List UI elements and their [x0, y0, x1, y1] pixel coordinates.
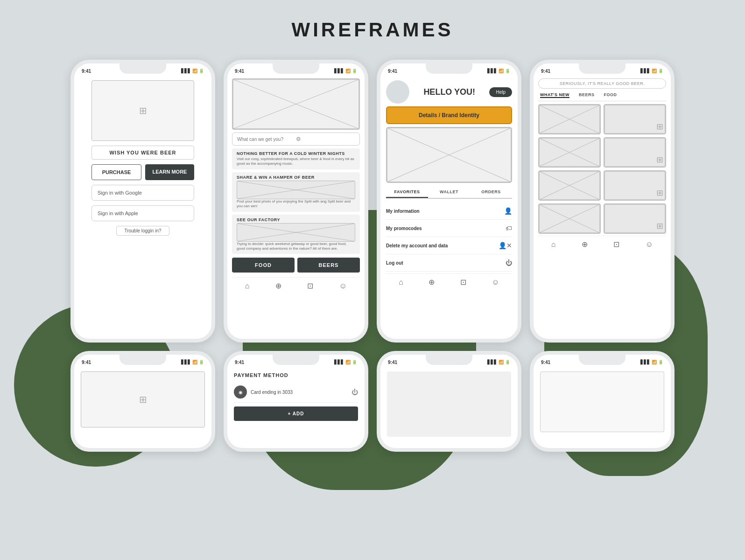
- card-icon: ◉: [234, 385, 247, 399]
- home-nav-3[interactable]: ⌂: [399, 278, 403, 287]
- grid-item-1[interactable]: [538, 104, 601, 134]
- wifi-icon-3: 📶: [499, 69, 504, 73]
- partial-content-7: [387, 371, 511, 437]
- bottom-nav-4: ⌂ ⊕ ⊡ ☺: [538, 236, 666, 251]
- hello-section: HELLO YOU! Help: [386, 80, 512, 104]
- menu-info-label: My information: [386, 209, 420, 214]
- card-text: Card ending in 3033: [251, 390, 348, 395]
- signal-8: ▋▋▋: [640, 360, 650, 364]
- hero-image-1: ⊞: [91, 80, 194, 141]
- menu-item-3-title: SEE OUR FACTORY: [237, 217, 355, 222]
- search-nav-icon[interactable]: ⊕: [275, 281, 281, 290]
- cart-nav-icon[interactable]: ⊡: [307, 281, 313, 290]
- profile-nav-3[interactable]: ☺: [492, 278, 499, 287]
- notch-8: [579, 355, 626, 365]
- person-icon: 👤: [504, 207, 512, 215]
- wifi-icon-2: 📶: [345, 69, 351, 73]
- home-nav-4[interactable]: ⌂: [551, 240, 556, 249]
- wifi-7: 📶: [499, 360, 504, 364]
- menu-item-3: SEE OUR FACTORY Trying to decide: quick …: [232, 215, 360, 254]
- cart-nav-4[interactable]: ⊡: [613, 240, 619, 249]
- phone-partial-1: 9:41 ▋▋▋ 📶 🔋 ⊞: [70, 351, 215, 452]
- top-search-bar[interactable]: SERIOUSLY, IT'S REALLY GOOD BEER.: [538, 78, 666, 89]
- phone-partial-4: 9:41 ▋▋▋ 📶 🔋: [530, 351, 675, 452]
- grid-item-3[interactable]: [538, 137, 601, 168]
- signal-icon-1: ▋▋▋: [181, 69, 191, 73]
- tab-favorites[interactable]: FAVORITES: [386, 187, 428, 198]
- tag-icon: 🏷: [506, 224, 512, 232]
- food-button[interactable]: FOOD: [232, 258, 295, 273]
- login-content: ⊞ WISH YOU WERE BEER PURCHASE LEARN MORE…: [74, 77, 211, 239]
- action-buttons: PURCHASE LEARN MORE: [91, 164, 194, 180]
- tab-orders[interactable]: ORDERS: [470, 187, 512, 198]
- signal-icon-4: ▋▋▋: [640, 69, 650, 73]
- signal-7: ▋▋▋: [487, 360, 497, 364]
- grid-item-2[interactable]: ⊞: [604, 104, 666, 134]
- add-payment-button[interactable]: + ADD: [234, 406, 358, 421]
- category-tabs: WHAT'S NEW BEERS FOOD: [538, 92, 666, 101]
- wifi-6: 📶: [345, 360, 351, 364]
- phones-row-2: 9:41 ▋▋▋ 📶 🔋 ⊞ 9:41 ▋▋▋ 📶: [0, 347, 745, 452]
- home-nav-icon[interactable]: ⌂: [245, 282, 250, 290]
- menu-promo-item[interactable]: My promocodes 🏷: [386, 220, 512, 237]
- trouble-login-link[interactable]: Trouble loggin in?: [116, 226, 169, 236]
- search-placeholder: What can we get you?: [237, 137, 296, 142]
- grid-item-6[interactable]: ⊞: [604, 170, 666, 201]
- beers-button[interactable]: BEERS: [297, 258, 360, 273]
- grid-item-5[interactable]: [538, 170, 601, 201]
- search-bar[interactable]: What can we get you? ⚙: [232, 133, 360, 146]
- phone-menu: 9:41 ▋▋▋ 📶 🔋 What can we get you?: [224, 60, 368, 343]
- menu-content: What can we get you? ⚙ NOTHING BETTER FO…: [227, 77, 365, 294]
- status-time-8: 9:41: [541, 360, 550, 365]
- wifi-8: 📶: [652, 360, 657, 364]
- brand-identity-button[interactable]: Details / Brand Identity: [386, 106, 512, 124]
- tab-wallet[interactable]: WALLET: [428, 187, 470, 198]
- menu-item-1-desc: Visit our cosy, sophisticated brewpub, w…: [237, 157, 355, 167]
- partial-hero-5: ⊞: [81, 371, 205, 427]
- profile-nav-4[interactable]: ☺: [646, 240, 653, 249]
- tab-whats-new[interactable]: WHAT'S NEW: [540, 92, 569, 98]
- battery-6: 🔋: [352, 360, 357, 364]
- menu-delete-label: Delete my account and data: [386, 243, 448, 248]
- tab-food[interactable]: FOOD: [604, 92, 617, 98]
- grid-item-8[interactable]: ⊞: [604, 203, 666, 234]
- search-nav-3[interactable]: ⊕: [429, 278, 435, 287]
- search-nav-4[interactable]: ⊕: [582, 240, 588, 249]
- grid-item-4[interactable]: ⊞: [604, 137, 666, 168]
- menu-delete-item[interactable]: Delete my account and data 👤✕: [386, 237, 512, 254]
- menu-info-item[interactable]: My information 👤: [386, 203, 512, 220]
- menu-item-2-title: SHARE & WIN A HAMPER OF BEER: [237, 175, 355, 180]
- profile-tabs: FAVORITES WALLET ORDERS: [386, 187, 512, 199]
- battery-8: 🔋: [658, 360, 663, 364]
- cart-nav-3[interactable]: ⊡: [460, 278, 466, 287]
- purchase-button[interactable]: PURCHASE: [91, 164, 141, 180]
- signal-5: ▋▋▋: [181, 360, 191, 364]
- menu-item-2-image: [237, 181, 355, 199]
- phones-row-1: 9:41 ▋▋▋ 📶 🔋 ⊞ WISH YOU WERE BEER PURCHA…: [0, 55, 745, 347]
- phone-profile: 9:41 ▋▋▋ 📶 🔋 HELLO YOU! Help Details / B…: [377, 60, 521, 343]
- menu-item-3-image: [237, 223, 355, 242]
- menu-item-2-desc: Post your best photo of you enjoying the…: [237, 199, 355, 209]
- menu-item-3-desc: Trying to decide: quick weekend getaway …: [237, 242, 355, 252]
- sign-apple-field[interactable]: Sign in with Apple: [91, 205, 194, 221]
- grid-item-7[interactable]: [538, 203, 601, 234]
- profile-nav-icon[interactable]: ☺: [339, 282, 347, 290]
- avatar: [386, 80, 409, 104]
- tab-beers[interactable]: BEERS: [579, 92, 595, 98]
- svg-text:⊞: ⊞: [656, 155, 663, 165]
- battery-icon-3: 🔋: [505, 69, 510, 73]
- help-button[interactable]: Help: [489, 87, 512, 97]
- status-time-3: 9:41: [388, 69, 397, 74]
- menu-logout-item[interactable]: Log out ⏻: [386, 254, 512, 272]
- notch-5: [119, 355, 166, 365]
- signal-icon-3: ▋▋▋: [487, 69, 497, 73]
- sign-google-field[interactable]: Sign in with Google: [91, 185, 194, 201]
- learn-more-button[interactable]: LEARN MORE: [145, 164, 194, 180]
- status-time-4: 9:41: [541, 69, 550, 74]
- food-beer-buttons: FOOD BEERS: [232, 258, 360, 273]
- battery-icon-2: 🔋: [352, 69, 357, 73]
- filter-icon[interactable]: ⚙: [296, 136, 355, 142]
- bottom-nav-2: ⌂ ⊕ ⊡ ☺: [232, 277, 360, 292]
- wifi-icon-1: 📶: [192, 69, 197, 73]
- payment-title: PAYMENT METHOD: [234, 372, 358, 378]
